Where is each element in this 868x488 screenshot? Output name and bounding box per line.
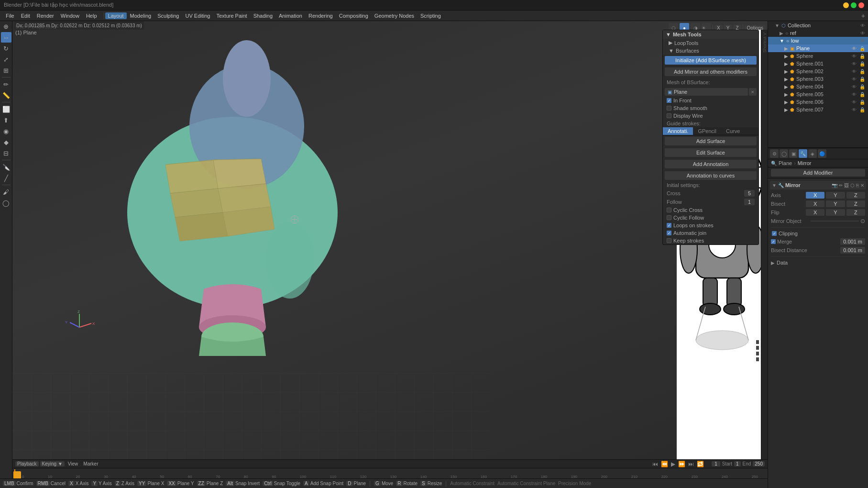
tab-texture-paint[interactable]: Texture Paint	[213, 12, 250, 19]
inset-tool[interactable]: ◉	[1, 126, 11, 136]
plane-x-status[interactable]: YY Plane X	[137, 481, 164, 486]
extrude-tool[interactable]: ⬆	[1, 115, 11, 125]
clipping-checkbox[interactable]: ✓	[772, 231, 777, 236]
confirm-status[interactable]: LMB Confirm	[3, 481, 33, 486]
sculpt-draw[interactable]: 🖌	[1, 187, 11, 197]
breadcrumb-mirror[interactable]: Mirror	[798, 160, 812, 166]
plane-y-status[interactable]: XX Plane Y	[167, 481, 194, 486]
cursor-tool[interactable]: ⊕	[1, 21, 11, 32]
keep-strokes-checkbox[interactable]	[667, 238, 671, 243]
resize-status[interactable]: S Resize	[420, 481, 442, 486]
properties-icon-5[interactable]: ◈	[808, 149, 817, 158]
tab-gpencil[interactable]: GPencil	[693, 127, 721, 135]
rotate-status[interactable]: R Rotate	[396, 481, 418, 486]
looptools-header[interactable]: ▶ LoopTools	[663, 39, 758, 47]
axis-y-btn[interactable]: Y	[826, 192, 845, 199]
bisect-x-btn[interactable]: X	[806, 200, 824, 207]
modifier-camera-icon[interactable]: 📷	[832, 183, 837, 188]
smooth-tool[interactable]: ◯	[1, 198, 11, 208]
move-status[interactable]: G Move	[374, 481, 393, 486]
outliner-sphere[interactable]: ▶ ⬟ Sphere 👁 🔒	[768, 52, 868, 60]
cancel-status[interactable]: RMB Cancel	[36, 481, 66, 486]
loops-on-strokes-checkbox[interactable]: ✓	[667, 223, 671, 228]
viewport-3d[interactable]: X Z Y User Perspective (1) Plane ⬡ ● ◑ ☀…	[12, 21, 768, 469]
keying-btn[interactable]: Keying ▼	[40, 461, 65, 466]
view-btn[interactable]: View	[66, 461, 80, 466]
tab-compositing[interactable]: Compositing	[336, 12, 371, 19]
plane-z-status[interactable]: ZZ Plane Z	[197, 481, 223, 486]
search-properties-btn[interactable]: 🔍	[771, 161, 777, 166]
properties-icon-4[interactable]: 🔧	[799, 149, 807, 158]
merge-value-field[interactable]: 0.001 m	[840, 238, 865, 245]
snap-invert-status[interactable]: Alt Snap Invert	[226, 481, 260, 486]
add-modifier-btn[interactable]: Add Modifier	[771, 169, 865, 177]
snap-toggle-status[interactable]: Ctrl Snap Toggle	[263, 481, 300, 486]
menu-render[interactable]: Render	[34, 12, 57, 19]
bisect-tool[interactable]: ╱	[1, 173, 11, 183]
menu-edit[interactable]: Edit	[18, 12, 33, 19]
marker-btn[interactable]: Marker	[81, 461, 100, 466]
data-section-header[interactable]: ▶ Data	[768, 259, 868, 266]
bevel-tool[interactable]: ◆	[1, 137, 11, 147]
tab-layout[interactable]: Layout	[105, 12, 127, 19]
measure-tool[interactable]: 📏	[1, 90, 11, 100]
playback-btn[interactable]: Playback	[15, 461, 39, 466]
z-axis-status[interactable]: Z Z Axis	[115, 481, 134, 486]
modifier-render-icon[interactable]: 🖼	[844, 183, 849, 188]
transform-tool[interactable]: ⊞	[1, 65, 11, 76]
plane-label-status[interactable]: D Plane	[346, 481, 366, 486]
properties-icon-1[interactable]: ⚙	[770, 149, 779, 158]
tab-shading[interactable]: Shading	[251, 12, 275, 19]
outliner-sphere-005[interactable]: ▶ ⬟ Sphere.005 👁 🔒	[768, 90, 868, 98]
bisect-y-btn[interactable]: Y	[826, 200, 845, 207]
merge-checkbox[interactable]: ✓	[771, 239, 776, 244]
flip-z-btn[interactable]: Z	[846, 209, 865, 216]
outliner-sphere-002[interactable]: ▶ ⬟ Sphere.002 👁 🔒	[768, 67, 868, 75]
frame-current[interactable]: 1	[712, 461, 720, 466]
playhead[interactable]	[14, 469, 15, 478]
add-workspace-btn[interactable]: +	[861, 12, 865, 20]
properties-icon-2[interactable]: ◯	[780, 149, 788, 158]
bsurfaces-header[interactable]: ▼ Bsurfaces	[663, 47, 758, 55]
add-mirror-btn[interactable]: Add Mirror and others modifiers	[665, 67, 757, 76]
outliner-sphere-004[interactable]: ▶ ⬟ Sphere.004 👁 🔒	[768, 83, 868, 90]
x-axis-status[interactable]: X X Axis	[68, 481, 88, 486]
add-cube-tool[interactable]: ⬜	[1, 104, 11, 114]
modifier-duplicate-icon[interactable]: ⎘	[856, 183, 859, 188]
tab-rendering[interactable]: Rendering	[306, 12, 336, 19]
axis-z-btn[interactable]: Z	[846, 192, 865, 199]
tab-sculpting[interactable]: Sculpting	[154, 12, 182, 19]
scale-tool[interactable]: ⤢	[1, 54, 11, 65]
annotate-tool[interactable]: ✏	[1, 79, 11, 89]
next-frame-btn[interactable]: ⏩	[678, 461, 685, 467]
move-tool[interactable]: ↔	[1, 32, 11, 43]
tab-uv-editing[interactable]: UV Editing	[182, 12, 213, 19]
maximize-btn[interactable]	[851, 2, 857, 8]
tab-scripting[interactable]: Scripting	[418, 12, 444, 19]
initialize-btn[interactable]: Initialize (Add BSurface mesh)	[665, 56, 757, 65]
shade-smooth-checkbox[interactable]	[667, 106, 671, 111]
edit-surface-btn[interactable]: Edit Surface	[665, 148, 757, 157]
close-btn[interactable]	[858, 2, 864, 8]
cross-value[interactable]: 5	[744, 190, 755, 197]
tab-annotati[interactable]: Annotati.	[663, 127, 693, 135]
in-front-checkbox[interactable]: ✓	[667, 98, 671, 103]
outliner-sphere-006[interactable]: ▶ ⬟ Sphere.006 👁 🔒	[768, 98, 868, 106]
add-surface-btn[interactable]: Add Surface	[665, 137, 757, 145]
cyclic-cross-checkbox[interactable]	[667, 208, 671, 212]
annotation-to-curves-btn[interactable]: Annotation to curves	[665, 171, 757, 180]
menu-file[interactable]: File	[3, 12, 17, 19]
modifier-close-icon[interactable]: ✕	[860, 183, 864, 188]
modifier-edit-icon[interactable]: ✏	[839, 183, 843, 188]
add-annotation-btn[interactable]: Add Annotation	[665, 160, 757, 168]
loop-cut-tool[interactable]: ⊟	[1, 148, 11, 158]
outliner-sphere-007[interactable]: ▶ ⬟ Sphere.007 👁 🔒	[768, 106, 868, 113]
tab-modeling[interactable]: Modeling	[127, 12, 154, 19]
minimize-btn[interactable]	[843, 2, 849, 8]
tab-curve[interactable]: Curve	[721, 127, 745, 135]
properties-icon-6[interactable]: 🔵	[818, 149, 826, 158]
mesh-close-btn[interactable]: ×	[749, 88, 757, 96]
flip-y-btn[interactable]: Y	[826, 209, 845, 216]
bisect-z-btn[interactable]: Z	[846, 200, 865, 207]
prev-frame-btn[interactable]: ⏪	[661, 461, 668, 467]
